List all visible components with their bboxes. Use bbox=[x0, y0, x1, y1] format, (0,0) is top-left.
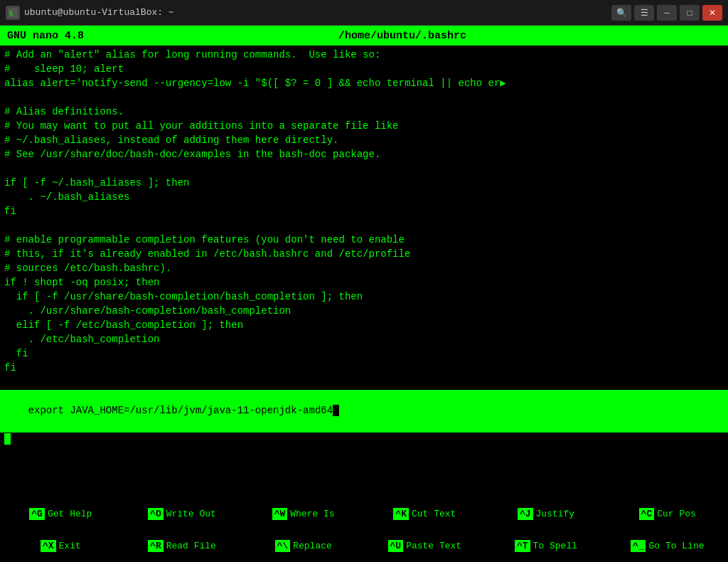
code-line bbox=[0, 376, 728, 390]
cursor-line bbox=[0, 433, 728, 447]
maximize-button[interactable]: □ bbox=[680, 5, 700, 21]
code-line bbox=[0, 162, 728, 176]
code-line: # sleep 10; alert bbox=[0, 63, 728, 77]
code-line: fi bbox=[0, 205, 728, 219]
key-ctrl-w: ^W bbox=[272, 508, 288, 520]
code-line: elif [ -f /etc/bash_completion ]; then bbox=[0, 319, 728, 333]
code-line: if [ -f ~/.bash_aliases ]; then bbox=[0, 176, 728, 191]
label-cur-pos: Cur Pos bbox=[657, 509, 696, 519]
shortcut-replace[interactable]: ^\ Replace bbox=[242, 530, 364, 562]
export-line-text: export JAVA_HOME=/usr/lib/jvm/java-11-op… bbox=[28, 405, 333, 416]
shortcut-bar: ^G Get Help ^O Write Out ^W Where Is ^K … bbox=[0, 498, 728, 562]
key-ctrl-r: ^R bbox=[148, 540, 164, 552]
code-line: if [ -f /usr/share/bash-completion/bash_… bbox=[0, 290, 728, 304]
titlebar: $ ubuntu@ubuntu-VirtualBox: ~ 🔍 ☰ – □ ✕ bbox=[0, 0, 728, 26]
nano-version: GNU nano 4.8 bbox=[7, 30, 84, 42]
shortcut-cut-text[interactable]: ^K Cut Text bbox=[364, 498, 486, 530]
svg-text:$: $ bbox=[9, 10, 13, 17]
label-read-file: Read File bbox=[166, 541, 216, 551]
key-ctrl-c: ^C bbox=[639, 508, 655, 520]
label-where-is: Where Is bbox=[290, 509, 334, 519]
shortcut-row-1: ^G Get Help ^O Write Out ^W Where Is ^K … bbox=[0, 498, 728, 530]
window-title: ubuntu@ubuntu-VirtualBox: ~ bbox=[24, 7, 174, 18]
search-button[interactable]: 🔍 bbox=[611, 5, 631, 21]
code-line: # Alias definitions. bbox=[0, 105, 728, 120]
shortcut-justify[interactable]: ^J Justify bbox=[486, 498, 607, 530]
label-exit: Exit bbox=[59, 541, 81, 551]
shortcut-where-is[interactable]: ^W Where Is bbox=[242, 498, 364, 530]
code-line: # ~/.bash_aliases, instead of adding the… bbox=[0, 134, 728, 148]
shortcut-row-2: ^X Exit ^R Read File ^\ Replace ^U Paste… bbox=[0, 530, 728, 562]
shortcut-go-to-line[interactable]: ^_ Go To Line bbox=[606, 530, 728, 562]
label-to-spell: To Spell bbox=[533, 541, 577, 551]
terminal-icon: $ bbox=[6, 6, 20, 20]
label-cut-text: Cut Text bbox=[412, 509, 456, 519]
shortcut-get-help[interactable]: ^G Get Help bbox=[0, 498, 122, 530]
label-get-help: Get Help bbox=[48, 509, 92, 519]
minimize-button[interactable]: – bbox=[657, 5, 677, 21]
key-ctrl-k: ^K bbox=[393, 508, 409, 520]
label-write-out: Write Out bbox=[166, 509, 216, 519]
code-line: fi bbox=[0, 347, 728, 361]
code-line: # Add an "alert" alias for long running … bbox=[0, 48, 728, 63]
nano-header: GNU nano 4.8 /home/ubuntu/.bashrc bbox=[0, 26, 728, 46]
code-line: # You may want to put all your additions… bbox=[0, 120, 728, 134]
code-line: # sources /etc/bash.bashrc). bbox=[0, 262, 728, 276]
window-controls: 🔍 ☰ – □ ✕ bbox=[611, 5, 722, 21]
close-button[interactable]: ✕ bbox=[702, 5, 722, 21]
label-justify: Justify bbox=[536, 509, 575, 519]
label-go-to-line: Go To Line bbox=[648, 541, 704, 551]
key-ctrl-x: ^X bbox=[41, 540, 56, 552]
key-ctrl-u: ^U bbox=[388, 540, 404, 552]
code-line: . /usr/share/bash-completion/bash_comple… bbox=[0, 304, 728, 319]
code-line: . ~/.bash_aliases bbox=[0, 191, 728, 205]
key-ctrl-backslash: ^\ bbox=[275, 540, 291, 552]
titlebar-left: $ ubuntu@ubuntu-VirtualBox: ~ bbox=[6, 6, 174, 20]
code-line: # this, if it's already enabled in /etc/… bbox=[0, 248, 728, 262]
label-replace: Replace bbox=[293, 541, 332, 551]
code-line: # See /usr/share/doc/bash-doc/examples i… bbox=[0, 148, 728, 162]
shortcut-write-out[interactable]: ^O Write Out bbox=[122, 498, 243, 530]
label-paste-text: Paste Text bbox=[406, 541, 461, 551]
editor-area[interactable]: # Add an "alert" alias for long running … bbox=[0, 46, 728, 498]
shortcut-exit[interactable]: ^X Exit bbox=[0, 530, 122, 562]
export-line: export JAVA_HOME=/usr/lib/jvm/java-11-op… bbox=[0, 390, 728, 433]
shortcut-paste-text[interactable]: ^U Paste Text bbox=[364, 530, 486, 562]
menu-button[interactable]: ☰ bbox=[634, 5, 654, 21]
shortcut-to-spell[interactable]: ^T To Spell bbox=[486, 530, 607, 562]
code-line: # enable programmable completion feature… bbox=[0, 233, 728, 248]
shortcut-cur-pos[interactable]: ^C Cur Pos bbox=[606, 498, 728, 530]
code-line bbox=[0, 91, 728, 105]
key-ctrl-g: ^G bbox=[29, 508, 45, 520]
block-cursor bbox=[4, 433, 11, 445]
code-line: fi bbox=[0, 361, 728, 376]
code-line: . /etc/bash_completion bbox=[0, 333, 728, 347]
code-line bbox=[0, 219, 728, 233]
key-ctrl-underscore: ^_ bbox=[631, 540, 646, 552]
text-cursor bbox=[333, 405, 339, 416]
key-ctrl-j: ^J bbox=[518, 508, 533, 520]
code-line: alias alert='notify-send --urgency=low -… bbox=[0, 77, 728, 91]
shortcut-read-file[interactable]: ^R Read File bbox=[122, 530, 243, 562]
key-ctrl-o: ^O bbox=[148, 508, 164, 520]
code-line: if ! shopt -oq posix; then bbox=[0, 276, 728, 290]
key-ctrl-t: ^T bbox=[515, 540, 530, 552]
file-path: /home/ubuntu/.bashrc bbox=[338, 30, 466, 42]
